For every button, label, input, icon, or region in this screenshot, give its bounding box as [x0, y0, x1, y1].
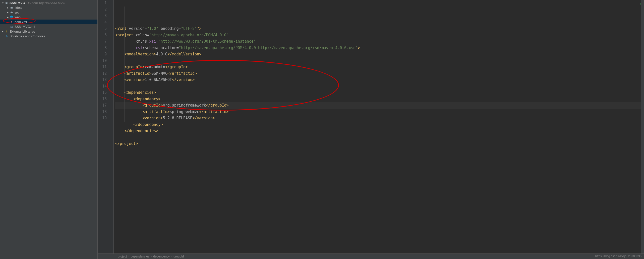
line-number[interactable]: 7 — [98, 38, 107, 45]
line-number[interactable]: 11 — [98, 64, 107, 70]
line-number[interactable]: 9 — [98, 51, 107, 58]
tree-label: .idea — [15, 5, 22, 10]
iml-file-icon: ▤ — [10, 25, 14, 29]
line-number[interactable]: 3 — [98, 13, 107, 19]
line-number[interactable]: 4 — [98, 19, 107, 26]
line-number[interactable]: 15 — [98, 90, 107, 96]
tree-external-libraries[interactable]: ▸ ⫴ External Libraries — [0, 29, 97, 34]
tree-item-src[interactable]: ▸ 🖿 src — [0, 10, 97, 15]
project-name: SSM-MVC — [10, 1, 25, 5]
line-number[interactable]: 12 — [98, 70, 107, 77]
tree-label: web — [15, 15, 21, 20]
tree-item-pom[interactable]: ▸ m pom.xml — [0, 20, 97, 24]
tree-item-idea[interactable]: ▸ 🖿 .idea — [0, 5, 97, 10]
scrollbar-track[interactable] — [641, 0, 644, 253]
chevron-right-icon[interactable]: ▸ — [7, 15, 9, 20]
line-number[interactable]: 17 — [98, 102, 107, 109]
tree-item-iml[interactable]: ▸ ▤ SSM-MVC.iml — [0, 24, 97, 29]
line-number[interactable]: 6 — [98, 32, 107, 39]
tree-label: pom.xml — [15, 20, 27, 24]
chevron-right-icon: › — [151, 255, 152, 258]
fold-gutter[interactable] — [109, 0, 114, 259]
chevron-right-icon[interactable]: ▸ — [2, 29, 4, 34]
maven-icon: m — [10, 20, 14, 24]
folder-icon: 🖿 — [10, 11, 14, 15]
chevron-down-icon[interactable]: ▾ — [2, 1, 4, 5]
breadcrumb-item[interactable]: dependency — [153, 255, 169, 258]
tree-root[interactable]: ▾ ▣ SSM-MVC D:\IdeaProjects\SSM-MVC — [0, 1, 97, 5]
code-content[interactable]: <?xml version="1.0" encoding="UTF-8"?><p… — [114, 0, 644, 259]
tree-scratches[interactable]: ▸ ✎ Scratches and Consoles — [0, 34, 97, 39]
line-number[interactable]: 16 — [98, 96, 107, 103]
line-number[interactable]: 2 — [98, 7, 107, 13]
chevron-right-icon[interactable]: ▸ — [7, 5, 9, 10]
breadcrumb-item[interactable]: groupId — [173, 255, 184, 258]
project-tree[interactable]: ▾ ▣ SSM-MVC D:\IdeaProjects\SSM-MVC ▸ 🖿 … — [0, 0, 98, 259]
tree-label: src — [15, 10, 19, 15]
breadcrumb-item[interactable]: dependencies — [131, 255, 149, 258]
tree-label: Scratches and Consoles — [10, 34, 45, 39]
line-number[interactable]: 8 — [98, 45, 107, 51]
web-folder-icon: 🌐 — [10, 15, 14, 19]
chevron-right-icon[interactable]: ▸ — [7, 10, 9, 15]
chevron-right-icon: › — [128, 255, 129, 258]
tree-item-web[interactable]: ▸ 🌐 web — [0, 15, 97, 20]
library-icon: ⫴ — [5, 30, 9, 34]
watermark-text: https://blog.csdn.net/qq_25200335 — [595, 254, 641, 258]
folder-icon: 🖿 — [10, 6, 14, 10]
breadcrumbs[interactable]: project›dependencies›dependency›groupId — [98, 253, 644, 259]
module-icon: ▣ — [5, 1, 9, 5]
chevron-right-icon: › — [171, 255, 172, 258]
line-number[interactable]: 5 — [98, 26, 107, 32]
line-number[interactable]: 10 — [98, 58, 107, 64]
line-number[interactable]: 14 — [98, 83, 107, 90]
line-number[interactable]: 13 — [98, 77, 107, 83]
line-number[interactable]: 19 — [98, 115, 107, 122]
tree-label: SSM-MVC.iml — [15, 24, 35, 29]
code-editor[interactable]: 12345678910111213141516171819 <?xml vers… — [98, 0, 644, 259]
breadcrumb-item[interactable]: project — [118, 255, 127, 258]
scratch-icon: ✎ — [5, 34, 9, 38]
line-number[interactable]: 18 — [98, 109, 107, 115]
line-number-gutter[interactable]: 12345678910111213141516171819 — [98, 0, 109, 259]
project-path: D:\IdeaProjects\SSM-MVC — [26, 1, 65, 5]
tree-label: External Libraries — [10, 29, 35, 34]
line-number[interactable]: 1 — [98, 0, 107, 7]
